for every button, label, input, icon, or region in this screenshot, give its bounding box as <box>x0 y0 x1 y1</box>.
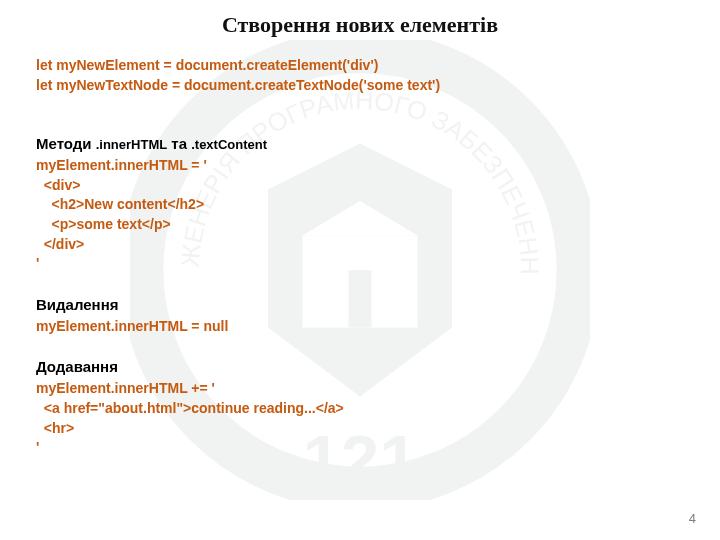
heading-text: Методи <box>36 135 96 152</box>
code-line: ' <box>36 254 684 274</box>
code-line: let myNewElement = document.createElemen… <box>36 56 684 76</box>
code-line: <p>some text</p> <box>36 215 684 235</box>
section-heading-methods: Методи .innerHTML та .textContent <box>36 135 684 152</box>
slide-title: Створення нових елементів <box>36 12 684 38</box>
heading-code: .textContent <box>191 137 267 152</box>
heading-text: та <box>167 135 191 152</box>
code-line: ' <box>36 438 684 458</box>
code-line: </div> <box>36 235 684 255</box>
code-line: let myNewTextNode = document.createTextN… <box>36 76 684 96</box>
heading-code: .innerHTML <box>96 137 168 152</box>
code-line: myElement.innerHTML += ' <box>36 379 684 399</box>
code-line: <hr> <box>36 419 684 439</box>
code-line: <a href="about.html">continue reading...… <box>36 399 684 419</box>
code-line: myElement.innerHTML = null <box>36 317 684 337</box>
code-line: myElement.innerHTML = ' <box>36 156 684 176</box>
code-line: <div> <box>36 176 684 196</box>
section-heading-delete: Видалення <box>36 296 684 313</box>
code-line: <h2>New content</h2> <box>36 195 684 215</box>
page-number: 4 <box>689 511 696 526</box>
section-heading-append: Додавання <box>36 358 684 375</box>
slide-content: Створення нових елементів let myNewEleme… <box>0 0 720 458</box>
